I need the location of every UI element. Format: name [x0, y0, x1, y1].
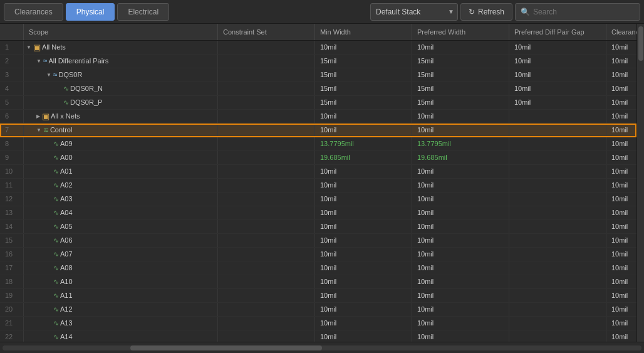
prefwidth-cell[interactable]: 15mil: [412, 96, 509, 109]
prefwidth-cell[interactable]: 15mil: [412, 68, 509, 82]
scope-cell[interactable]: ∿A09: [24, 137, 218, 150]
clearance-cell[interactable]: 10mil: [606, 248, 636, 261]
scope-cell[interactable]: ∿A12: [24, 303, 218, 316]
minwidth-cell[interactable]: 10mil: [315, 317, 412, 330]
table-row[interactable]: 19 ∿A11 10mil 10mil 10mil: [0, 289, 636, 303]
prefdiff-cell[interactable]: [509, 110, 606, 123]
prefdiff-cell[interactable]: [509, 165, 606, 178]
horizontal-scrollbar[interactable]: [0, 342, 644, 353]
constraint-cell[interactable]: [218, 137, 315, 150]
minwidth-cell[interactable]: 10mil: [315, 220, 412, 233]
prefwidth-cell[interactable]: 10mil: [412, 124, 509, 137]
scrollbar-track[interactable]: [3, 345, 641, 350]
constraint-cell[interactable]: [218, 330, 315, 342]
scope-cell[interactable]: ▼≈DQS0R: [24, 68, 218, 82]
constraint-cell[interactable]: [218, 124, 315, 137]
clearance-cell[interactable]: 10mil: [606, 303, 636, 316]
tab-electrical[interactable]: Electrical: [117, 3, 169, 21]
table-row[interactable]: 21 ∿A13 10mil 10mil 10mil: [0, 317, 636, 330]
table-row[interactable]: 20 ∿A12 10mil 10mil 10mil: [0, 303, 636, 317]
table-body[interactable]: 1 ▼▣All Nets 10mil 10mil 10mil 10mil 2 ▼…: [0, 41, 636, 342]
scope-cell[interactable]: ∿A11: [24, 289, 218, 302]
stack-dropdown[interactable]: Default Stack: [370, 3, 458, 21]
prefwidth-cell[interactable]: 10mil: [412, 248, 509, 261]
prefdiff-cell[interactable]: [509, 317, 606, 330]
prefwidth-cell[interactable]: 15mil: [412, 82, 509, 95]
table-row[interactable]: 8 ∿A09 13.7795mil 13.7795mil 10mil: [0, 137, 636, 151]
minwidth-cell[interactable]: 10mil: [315, 206, 412, 219]
minwidth-cell[interactable]: 10mil: [315, 303, 412, 316]
constraint-cell[interactable]: [218, 82, 315, 95]
minwidth-cell[interactable]: 15mil: [315, 82, 412, 95]
scope-cell[interactable]: ∿A02: [24, 179, 218, 192]
prefdiff-cell[interactable]: [509, 303, 606, 316]
scrollbar-thumb[interactable]: [130, 345, 322, 350]
minwidth-cell[interactable]: 10mil: [315, 179, 412, 192]
constraint-cell[interactable]: [218, 68, 315, 82]
constraint-cell[interactable]: [218, 96, 315, 109]
minwidth-cell[interactable]: 19.685mil: [315, 151, 412, 164]
clearance-cell[interactable]: 10mil: [606, 234, 636, 247]
clearance-cell[interactable]: 10mil: [606, 82, 636, 95]
prefdiff-cell[interactable]: [509, 330, 606, 342]
clearance-cell[interactable]: 10mil: [606, 165, 636, 178]
scope-cell[interactable]: ∿A08: [24, 261, 218, 275]
prefwidth-cell[interactable]: 10mil: [412, 317, 509, 330]
table-row[interactable]: 10 ∿A01 10mil 10mil 10mil: [0, 165, 636, 179]
clearance-cell[interactable]: 10mil: [606, 179, 636, 192]
tab-physical[interactable]: Physical: [66, 3, 115, 21]
clearance-cell[interactable]: 10mil: [606, 96, 636, 109]
scope-cell[interactable]: ▼≋Control: [24, 124, 218, 137]
table-row[interactable]: 4 ∿DQS0R_N 15mil 15mil 10mil 10mil: [0, 82, 636, 96]
tab-clearances[interactable]: Clearances: [4, 3, 63, 21]
prefwidth-cell[interactable]: 10mil: [412, 303, 509, 316]
clearance-cell[interactable]: 10mil: [606, 151, 636, 164]
prefdiff-cell[interactable]: [509, 206, 606, 219]
scope-cell[interactable]: ∿A01: [24, 165, 218, 178]
clearance-cell[interactable]: 10mil: [606, 289, 636, 302]
minwidth-cell[interactable]: 10mil: [315, 124, 412, 137]
table-row[interactable]: 12 ∿A03 10mil 10mil 10mil: [0, 192, 636, 206]
clearance-cell[interactable]: 10mil: [606, 330, 636, 342]
prefdiff-cell[interactable]: [509, 261, 606, 275]
scope-cell[interactable]: ∿A06: [24, 234, 218, 247]
prefdiff-cell[interactable]: [509, 192, 606, 206]
clearance-cell[interactable]: 10mil: [606, 275, 636, 288]
constraint-cell[interactable]: [218, 289, 315, 302]
prefdiff-cell[interactable]: 10mil: [509, 68, 606, 82]
prefwidth-cell[interactable]: 10mil: [412, 289, 509, 302]
prefwidth-cell[interactable]: 10mil: [412, 261, 509, 275]
scope-cell[interactable]: ∿A10: [24, 275, 218, 288]
vertical-scrollbar-thumb[interactable]: [638, 26, 643, 61]
minwidth-cell[interactable]: 10mil: [315, 275, 412, 288]
prefwidth-cell[interactable]: 10mil: [412, 41, 509, 54]
minwidth-cell[interactable]: 10mil: [315, 330, 412, 342]
constraint-cell[interactable]: [218, 275, 315, 288]
prefwidth-cell[interactable]: 10mil: [412, 330, 509, 342]
table-row[interactable]: 3 ▼≈DQS0R 15mil 15mil 10mil 10mil: [0, 68, 636, 82]
minwidth-cell[interactable]: 15mil: [315, 68, 412, 82]
clearance-cell[interactable]: 10mil: [606, 68, 636, 82]
table-row[interactable]: 14 ∿A05 10mil 10mil 10mil: [0, 220, 636, 234]
table-row[interactable]: 7 ▼≋Control 10mil 10mil 10mil: [0, 124, 636, 137]
prefdiff-cell[interactable]: [509, 151, 606, 164]
minwidth-cell[interactable]: 15mil: [315, 55, 412, 68]
prefdiff-cell[interactable]: [509, 234, 606, 247]
clearance-cell[interactable]: 10mil: [606, 41, 636, 54]
scope-cell[interactable]: ∿A05: [24, 220, 218, 233]
prefwidth-cell[interactable]: 10mil: [412, 206, 509, 219]
minwidth-cell[interactable]: 13.7795mil: [315, 137, 412, 150]
table-row[interactable]: 17 ∿A08 10mil 10mil 10mil: [0, 261, 636, 275]
refresh-button[interactable]: ↻ Refresh: [460, 3, 512, 21]
constraint-cell[interactable]: [218, 165, 315, 178]
minwidth-cell[interactable]: 10mil: [315, 261, 412, 275]
scope-cell[interactable]: ▶▣All x Nets: [24, 110, 218, 123]
constraint-cell[interactable]: [218, 261, 315, 275]
scope-cell[interactable]: ∿A04: [24, 206, 218, 219]
scope-cell[interactable]: ∿A07: [24, 248, 218, 261]
vertical-scrollbar[interactable]: [636, 24, 644, 342]
constraint-cell[interactable]: [218, 220, 315, 233]
minwidth-cell[interactable]: 10mil: [315, 41, 412, 54]
constraint-cell[interactable]: [218, 151, 315, 164]
table-row[interactable]: 15 ∿A06 10mil 10mil 10mil: [0, 234, 636, 248]
